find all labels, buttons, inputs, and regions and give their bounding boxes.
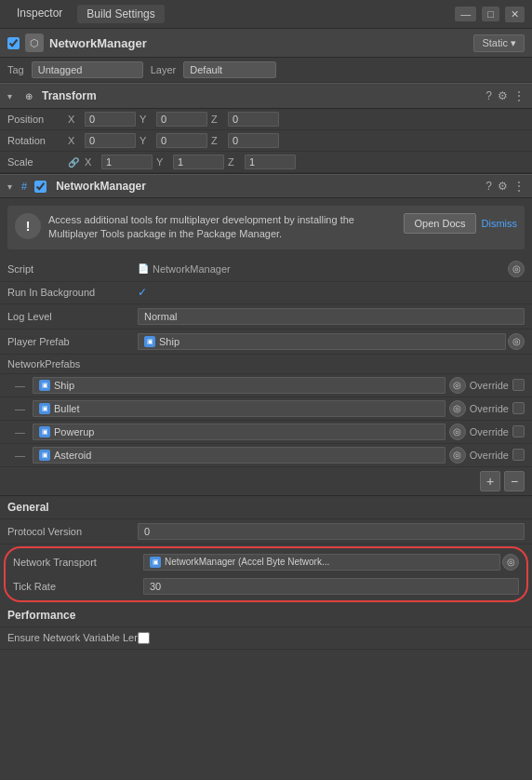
prefab-obj-bullet: ▣ Bullet [33,400,446,417]
prefab-target-btn-ship[interactable]: ◎ [449,377,466,394]
tick-rate-input[interactable] [143,578,519,595]
network-prefabs-header: NetworkPrefabs [0,355,532,374]
nm-hash-icon: # [21,181,27,192]
scale-x-input[interactable] [101,155,153,169]
performance-section-label: Performance [0,604,532,627]
rotation-z-label: Z [211,135,224,146]
rotation-y-input[interactable] [156,133,207,148]
nm-menu-button[interactable]: ⋮ [513,180,525,193]
script-value: 📄 NetworkManager ◎ [138,261,525,277]
prefab-row-ship: — ▣ Ship ◎ Override [0,374,532,397]
prefab-override-check-asteroid[interactable] [512,449,525,461]
tag-select[interactable]: Untagged [32,61,143,78]
static-button[interactable]: Static ▾ [473,34,525,52]
transform-menu-button[interactable]: ⋮ [513,89,525,102]
network-transport-label: Network Transport [13,557,143,568]
transform-collapse-arrow[interactable]: ▾ [7,91,12,101]
nm-info-text: Access additional tools for multiplayer … [48,213,396,242]
remove-prefab-button[interactable]: − [504,471,525,491]
layer-label: Layer [151,64,177,75]
ensure-network-var-row: Ensure Network Variable Ler [0,627,532,650]
object-active-checkbox[interactable] [7,37,20,49]
prefab-target-btn-powerup[interactable]: ◎ [449,424,466,440]
prefab-override-label-bullet: Override [470,403,509,414]
prefab-obj-asteroid: ▣ Asteroid [33,447,446,464]
nm-help-button[interactable]: ? [485,180,492,193]
prefab-override-label-powerup: Override [470,426,509,437]
open-docs-button[interactable]: Open Docs [404,213,475,234]
position-x-input[interactable] [85,112,136,127]
network-transport-target-button[interactable]: ◎ [502,554,519,571]
prefab-override-label-ship: Override [470,380,509,391]
prefab-name-powerup: Powerup [54,426,94,437]
general-section-label: General [0,496,532,519]
prefab-dash-2: — [15,426,25,437]
bullet-icon: ▣ [39,403,50,414]
script-file-icon: 📄 [138,263,149,274]
transform-help-button[interactable]: ? [485,89,492,102]
network-transport-value: ▣ NetworkManager (Accel Byte Network... [143,554,500,571]
dismiss-button[interactable]: Dismiss [482,218,518,229]
nm-info-box: ! Access additional tools for multiplaye… [7,206,525,249]
log-level-label: Log Level [7,311,138,322]
top-bar: Inspector Build Settings — □ ✕ [0,0,532,29]
nm-active-checkbox[interactable] [34,181,47,193]
rotation-x-label: X [68,135,81,146]
rotation-x-input[interactable] [85,133,136,148]
nm-settings-button[interactable]: ⚙ [498,180,508,193]
run-in-background-check[interactable]: ✓ [138,286,147,299]
prefab-row-powerup: — ▣ Powerup ◎ Override [0,421,532,444]
log-level-select[interactable]: Normal [138,308,525,325]
powerup-icon: ▣ [39,426,50,437]
transform-header: ▾ ⊕ Transform ? ⚙ ⋮ [0,83,532,109]
ensure-network-var-check[interactable] [138,632,150,644]
script-label: Script [7,263,138,275]
scale-y-label: Y [156,156,169,168]
prefab-dash-3: — [15,450,25,461]
prefab-target-btn-asteroid[interactable]: ◎ [449,447,466,464]
maximize-button[interactable]: □ [482,7,499,21]
protocol-version-input[interactable] [138,523,525,540]
prefab-override-check-bullet[interactable] [512,402,525,414]
prefabs-list: — ▣ Ship ◎ Override — ▣ Bullet ◎ Overrid… [0,374,532,467]
position-y-input[interactable] [156,112,207,127]
layer-select[interactable]: Default [183,61,276,78]
tick-rate-label: Tick Rate [13,581,143,592]
minimize-button[interactable]: — [455,7,476,21]
inspector-tab[interactable]: Inspector [7,4,72,24]
nm-section: ! Access additional tools for multiplaye… [0,206,532,650]
player-prefab-name: Ship [159,336,180,347]
highlight-group: Network Transport ▣ NetworkManager (Acce… [4,546,528,602]
scale-z-input[interactable] [245,155,296,169]
scale-y-input[interactable] [173,155,224,169]
prefab-name-ship: Ship [54,380,74,391]
nm-collapse-arrow[interactable]: ▾ [7,182,12,192]
add-prefab-button[interactable]: + [480,471,500,491]
player-prefab-icon: ▣ [144,336,155,347]
position-z-input[interactable] [228,112,279,127]
prefab-obj-powerup: ▣ Powerup [33,424,446,440]
position-z-label: Z [211,114,224,125]
protocol-version-row: Protocol Version [0,519,532,545]
scale-z-label: Z [228,156,241,168]
scale-x-label: X [85,156,98,168]
position-row: Position X Y Z [0,109,532,130]
object-header: ⬡ NetworkManager Static ▾ [0,29,532,58]
rotation-z-input[interactable] [228,133,279,148]
player-prefab-target-button[interactable]: ◎ [508,333,525,350]
transform-settings-button[interactable]: ⚙ [498,89,508,102]
position-x-label: X [68,114,81,125]
build-settings-tab[interactable]: Build Settings [77,5,164,23]
prefab-target-btn-bullet[interactable]: ◎ [449,400,466,417]
prefab-override-check-ship[interactable] [512,379,525,391]
run-in-background-row: Run In Background ✓ [0,282,532,304]
script-target-button[interactable]: ◎ [508,261,525,277]
script-name: NetworkManager [153,263,231,275]
network-transport-icon: ▣ [150,557,161,568]
prefab-dash-0: — [15,380,25,391]
log-level-row: Log Level Normal [0,304,532,329]
protocol-version-label: Protocol Version [7,526,138,537]
close-button[interactable]: ✕ [505,7,525,22]
prefab-override-check-powerup[interactable] [512,425,525,437]
scale-label: Scale [7,156,68,168]
